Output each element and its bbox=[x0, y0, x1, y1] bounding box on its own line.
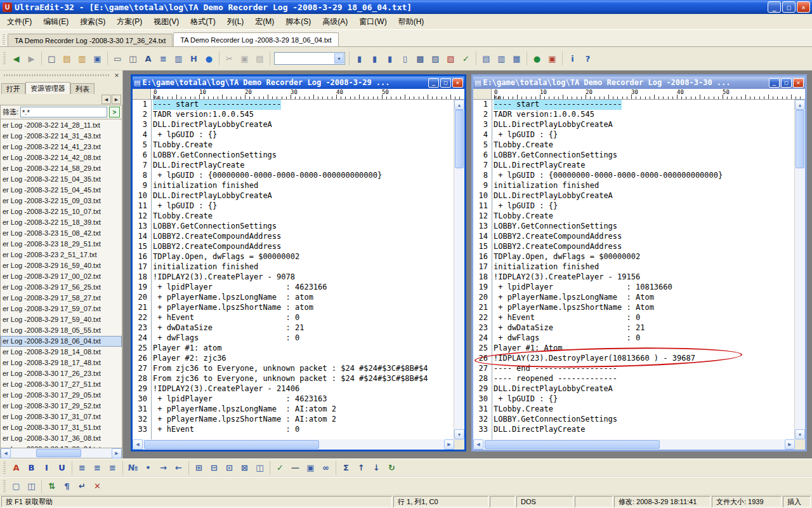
code-line[interactable]: 26!IDPLAY(23).DestroyPlayer(10813660 ) -… bbox=[473, 354, 794, 364]
file-list-item[interactable]: er Log -2008-3-23 2_51_17.txt bbox=[1, 250, 122, 260]
window-control-icon[interactable]: ✕ bbox=[452, 78, 463, 88]
scroll-left-icon[interactable]: ◀ bbox=[473, 439, 483, 450]
code-line[interactable]: 13LOBBY.GetConnectionSettings bbox=[473, 222, 794, 232]
file-list-item[interactable]: er Log -2008-3-23 18_29_51.txt bbox=[1, 239, 122, 250]
document-tab[interactable]: TA Demo Recorder Log -2008-3-30 17_36_24… bbox=[8, 34, 173, 46]
favorites-icon[interactable]: ▥ bbox=[75, 51, 89, 65]
clear-bookmarks-icon[interactable]: ▯ bbox=[398, 51, 412, 65]
file-list-item[interactable]: er Log -2008-3-29 17_56_25.txt bbox=[1, 282, 122, 293]
scroll-right-icon[interactable]: ▶ bbox=[785, 439, 795, 450]
editor-1-titlebar[interactable]: ▤ E:\game\totala\log\TA Demo Recorder Lo… bbox=[133, 76, 464, 89]
find-next-icon[interactable]: ▧ bbox=[443, 51, 458, 65]
sync-scroll-icon[interactable]: ⇅ bbox=[44, 479, 59, 493]
file-list-item[interactable]: er Log -2008-3-30 17_36_08.txt bbox=[1, 433, 122, 444]
code-line[interactable]: 11 + lpGUID : {} bbox=[473, 201, 794, 211]
numbered-list-icon[interactable]: № bbox=[126, 461, 140, 475]
scroll-down-icon[interactable]: ▼ bbox=[454, 429, 464, 439]
code-line[interactable]: 4 + lpGUID : {} bbox=[473, 130, 794, 140]
menu-item[interactable]: 帮助(H) bbox=[393, 15, 430, 29]
code-line[interactable]: 19 + lpidPlayer : 4623166 bbox=[133, 283, 454, 293]
code-line[interactable]: 33DLL.DirectPlayCreate bbox=[473, 425, 794, 435]
code-line[interactable]: 27---- end ------------------ bbox=[473, 364, 794, 374]
menu-item[interactable]: 窗口(W) bbox=[353, 15, 392, 29]
save-file-icon[interactable]: ▣ bbox=[90, 51, 105, 65]
file-list-item[interactable]: er Log -2008-3-22 15_10_07.txt bbox=[1, 206, 122, 217]
file-list-item[interactable]: er Log -2008-3-30 17_29_52.txt bbox=[1, 401, 122, 411]
sum-icon[interactable]: Σ bbox=[339, 461, 353, 475]
code-line[interactable]: 17initialization finished bbox=[133, 262, 454, 272]
menu-item[interactable]: 编辑(E) bbox=[37, 15, 74, 29]
scroll-track[interactable] bbox=[11, 448, 112, 458]
menu-item[interactable]: 宏(M) bbox=[249, 15, 280, 29]
bold-icon[interactable]: B bbox=[24, 461, 39, 475]
code-line[interactable]: 23 + dwDataSize : 21 bbox=[133, 323, 454, 333]
open-file-icon[interactable]: ▤ bbox=[60, 51, 74, 65]
code-line[interactable]: 29!IDPLAY2(3).CreatePlayer - 21406 bbox=[133, 384, 454, 394]
file-list-item[interactable]: er Log -2008-3-29 16_59_40.txt bbox=[1, 260, 122, 271]
scroll-track[interactable] bbox=[483, 439, 785, 450]
code-line[interactable]: 20 + pPlayerName.lpszLongName : atom bbox=[133, 293, 454, 303]
cut-icon[interactable]: ✂ bbox=[222, 51, 237, 65]
code-line[interactable]: 21 + pPlayerName.lpszShortName : atom bbox=[133, 303, 454, 313]
code-line[interactable]: 7DLL.DirectPlayCreate bbox=[473, 161, 794, 171]
window-control-icon[interactable]: _ bbox=[768, 1, 781, 13]
scroll-thumb[interactable] bbox=[455, 110, 464, 168]
file-list-item[interactable]: er Log -2008-3-30 17_31_51.txt bbox=[1, 422, 122, 433]
filter-go-icon[interactable]: > bbox=[109, 107, 120, 117]
code-line[interactable]: 18!IDPLAY2(3).CreatePlayer - 19156 bbox=[473, 272, 794, 283]
insert-table-icon[interactable]: ⊞ bbox=[192, 461, 206, 475]
file-list-item[interactable]: er Log -2008-3-30 17_26_23.txt bbox=[1, 368, 122, 379]
code-line[interactable]: 31 + pPlayerName.lpszLongName : AI:atom … bbox=[133, 404, 454, 415]
scroll-right-icon[interactable]: ▶ bbox=[112, 448, 122, 458]
menu-item[interactable]: 高级(A) bbox=[317, 15, 353, 29]
align-right-icon[interactable]: ≡ bbox=[105, 461, 120, 475]
new-window-icon[interactable]: ▢ bbox=[9, 479, 23, 493]
paste-icon[interactable]: ▤ bbox=[252, 51, 267, 65]
code-line[interactable]: 33 + hEvent : 0 bbox=[133, 425, 454, 435]
scroll-down-icon[interactable]: ▼ bbox=[795, 429, 805, 439]
code-line[interactable]: 22 + hEvent : 0 bbox=[473, 313, 794, 323]
menu-item[interactable]: 格式(T) bbox=[185, 15, 221, 29]
delete-cells-icon[interactable]: ⊠ bbox=[237, 461, 252, 475]
scroll-track[interactable] bbox=[795, 110, 805, 429]
file-list-item[interactable]: er Log -2008-3-29 18_17_48.txt bbox=[1, 358, 122, 368]
bulleted-list-icon[interactable]: • bbox=[141, 461, 155, 475]
about-icon[interactable]: i bbox=[565, 51, 580, 65]
window-control-icon[interactable]: □ bbox=[781, 78, 792, 88]
code-line[interactable]: 4 + lpGUID : {} bbox=[133, 130, 454, 140]
code-line[interactable]: 25Player #1: atom bbox=[133, 344, 454, 354]
window-control-icon[interactable]: ✕ bbox=[793, 78, 804, 88]
code-line[interactable]: 2TADR version:1.0.0.545 bbox=[473, 110, 794, 120]
tile-horizontal-icon[interactable]: ▤ bbox=[479, 51, 494, 65]
file-list-item[interactable]: er Log -2008-3-29 17_59_40.txt bbox=[1, 314, 122, 325]
replace-icon[interactable]: ▨ bbox=[428, 51, 443, 65]
code-line[interactable]: 5TLobby.Create bbox=[473, 140, 794, 150]
file-list-item[interactable]: er Log -2008-3-23 15_08_42.txt bbox=[1, 228, 122, 239]
file-list-item[interactable]: er Log -2008-3-29 17_58_27.txt bbox=[1, 293, 122, 304]
code-line[interactable]: 12TLobby.Create bbox=[133, 211, 454, 222]
insert-row-icon[interactable]: ⊟ bbox=[207, 461, 221, 475]
code-line[interactable]: 8 + lpGUID : {00000000-0000-0000-0000-00… bbox=[133, 171, 454, 181]
file-list-item[interactable]: er Log -2008-3-22 15_18_39.txt bbox=[1, 217, 122, 228]
spell-check-icon[interactable]: ✓ bbox=[459, 51, 473, 65]
font-icon[interactable]: A bbox=[9, 461, 23, 475]
code-line[interactable]: 15LOBBY2.CreateCompoundAddress bbox=[473, 242, 794, 252]
code-line[interactable]: 3DLL.DirectPlayLobbyCreateA bbox=[473, 120, 794, 130]
scroll-up-icon[interactable]: ▲ bbox=[454, 100, 464, 110]
editor-2-content[interactable]: 1---- start -----------------2TADR versi… bbox=[473, 100, 794, 439]
file-list-item[interactable]: er Log -2008-3-22 15_09_03.txt bbox=[1, 196, 122, 206]
next-bookmark-icon[interactable]: ▮ bbox=[367, 51, 382, 65]
code-line[interactable]: 6LOBBY.GetConnectionSettings bbox=[133, 150, 454, 161]
menu-item[interactable]: 视图(V) bbox=[148, 15, 185, 29]
align-left-icon[interactable]: ≡ bbox=[75, 461, 89, 475]
code-line[interactable]: 14LOBBY2.CreateCompoundAddress bbox=[133, 232, 454, 242]
code-line[interactable]: 8 + lpGUID : {00000000-0000-0000-0000-00… bbox=[473, 171, 794, 181]
find-icon[interactable]: ▩ bbox=[413, 51, 428, 65]
scroll-thumb[interactable] bbox=[485, 440, 660, 449]
back-icon[interactable]: ◀ bbox=[9, 51, 23, 65]
code-line[interactable]: 16TDPlay.Open, dwFlags = $00000002 bbox=[133, 252, 454, 262]
forward-icon[interactable]: ▶ bbox=[24, 51, 39, 65]
new-file-icon[interactable]: □ bbox=[44, 51, 59, 65]
italic-icon[interactable]: I bbox=[39, 461, 54, 475]
sidebar-horizontal-scrollbar[interactable]: ◀ ▶ bbox=[0, 448, 122, 458]
